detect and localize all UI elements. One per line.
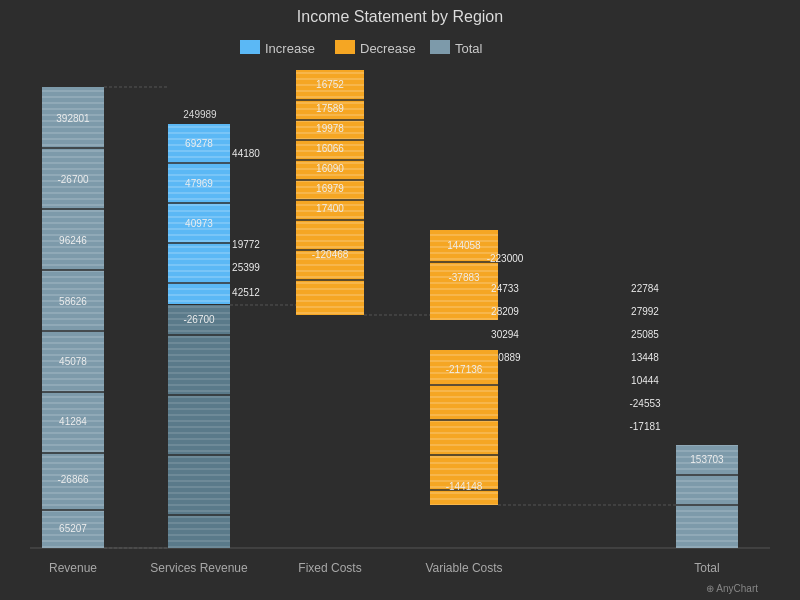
chart-credit: ⊕ AnyChart bbox=[706, 583, 758, 594]
fc-label-6: 16979 bbox=[316, 183, 344, 194]
legend-increase-swatch bbox=[240, 40, 260, 54]
chart-title: Income Statement by Region bbox=[297, 8, 503, 25]
xlabel-services: Services Revenue bbox=[150, 561, 248, 575]
fc-label-5: 16090 bbox=[316, 163, 344, 174]
services-blue-label-1: 69278 bbox=[185, 138, 213, 149]
xlabel-fixed-costs: Fixed Costs bbox=[298, 561, 361, 575]
services-right-label-4: 42512 bbox=[232, 287, 260, 298]
total-right-label-4: 13448 bbox=[631, 352, 659, 363]
services-right-label-1: 44180 bbox=[232, 148, 260, 159]
xlabel-revenue: Revenue bbox=[49, 561, 97, 575]
xlabel-variable-costs: Variable Costs bbox=[425, 561, 502, 575]
legend-total-swatch bbox=[430, 40, 450, 54]
revenue-label-8: 65207 bbox=[59, 523, 87, 534]
xlabel-total: Total bbox=[694, 561, 719, 575]
fc-label-2: 17589 bbox=[316, 103, 344, 114]
vc-right-label-4: 30294 bbox=[491, 329, 519, 340]
total-right-label-1: 22784 bbox=[631, 283, 659, 294]
total-right-label-6: -24553 bbox=[629, 398, 661, 409]
services-right-label-3: 25399 bbox=[232, 262, 260, 273]
fc-label-4: 16066 bbox=[316, 143, 344, 154]
revenue-label-6: 41284 bbox=[59, 416, 87, 427]
vc-right-label-1: -223000 bbox=[487, 253, 524, 264]
revenue-label-4: 58626 bbox=[59, 296, 87, 307]
revenue-label-2: -26700 bbox=[57, 174, 89, 185]
services-increase-bar bbox=[168, 124, 230, 304]
total-right-label-7: -17181 bbox=[629, 421, 661, 432]
revenue-label-3: 96246 bbox=[59, 235, 87, 246]
legend-decrease-label: Decrease bbox=[360, 41, 416, 56]
vc-right-label-2: 24733 bbox=[491, 283, 519, 294]
total-right-label-3: 25085 bbox=[631, 329, 659, 340]
fc-label-3: 19978 bbox=[316, 123, 344, 134]
vc-label-2: -37883 bbox=[448, 272, 480, 283]
services-top-label: 249989 bbox=[183, 109, 217, 120]
services-blue-label-2: 47969 bbox=[185, 178, 213, 189]
total-label-value: 153703 bbox=[690, 454, 724, 465]
services-gray-label-1: -26700 bbox=[183, 314, 215, 325]
total-right-label-5: 10444 bbox=[631, 375, 659, 386]
revenue-label-7: -26866 bbox=[57, 474, 89, 485]
chart-container: Income Statement by Region Increase Decr… bbox=[0, 0, 800, 600]
vc-lower-label-2: -144148 bbox=[446, 481, 483, 492]
vc-label-1: 144058 bbox=[447, 240, 481, 251]
revenue-label-1: 392801 bbox=[56, 113, 90, 124]
legend-increase-label: Increase bbox=[265, 41, 315, 56]
fc-total-label: -120468 bbox=[312, 249, 349, 260]
revenue-label-5: 45078 bbox=[59, 356, 87, 367]
services-gray-bar bbox=[168, 305, 230, 548]
legend-total-label: Total bbox=[455, 41, 483, 56]
legend-decrease-swatch bbox=[335, 40, 355, 54]
services-blue-label-3: 40973 bbox=[185, 218, 213, 229]
fixed-costs-bars: 16752 17589 19978 16066 16090 16979 1740… bbox=[296, 70, 364, 315]
vc-lower-label-1: -217136 bbox=[446, 364, 483, 375]
vc-right-label-3: 28209 bbox=[491, 306, 519, 317]
fc-label-1: 16752 bbox=[316, 79, 344, 90]
fc-label-7: 17400 bbox=[316, 203, 344, 214]
total-right-label-2: 27992 bbox=[631, 306, 659, 317]
revenue-bars: 392801 -26700 96246 58626 45078 41284 -2… bbox=[42, 87, 104, 548]
services-right-label-2: 19772 bbox=[232, 239, 260, 250]
